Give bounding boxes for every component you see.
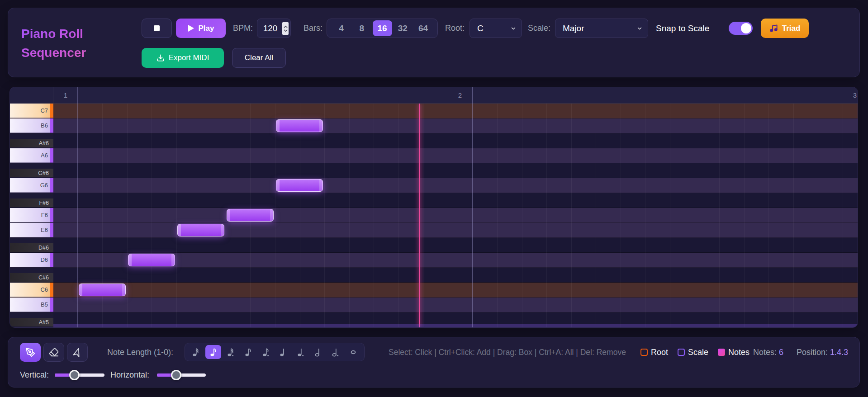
stop-button[interactable]: [142, 19, 172, 38]
piano-key-B5[interactable]: B5: [10, 298, 53, 312]
white-key: A6: [10, 148, 53, 163]
piano-key-G#6[interactable]: G#6: [10, 163, 53, 178]
note-length-sixteenth[interactable]: [188, 345, 204, 359]
legend-item-root: Root: [640, 348, 668, 357]
grid-row-A#6[interactable]: A#6: [10, 133, 858, 148]
header-panel: Piano Roll Sequencer Play BPM: 120 Bars:…: [8, 8, 860, 77]
grid-row-C7[interactable]: C7: [10, 104, 858, 118]
midi-note-D6[interactable]: [128, 254, 175, 266]
select-cursor-button[interactable]: [67, 343, 88, 362]
note-length-half[interactable]: [310, 345, 327, 359]
sixteenth-gridline: [300, 104, 300, 327]
piano-roll-grid[interactable]: C7B6A#6A6G#6G6F#6F6E6D#6D6C#6C6B5A#5 1 2…: [9, 87, 858, 328]
grid-row-A6[interactable]: A6: [10, 148, 858, 163]
root-select[interactable]: C: [470, 19, 522, 38]
note-length-dotted-sixteenth[interactable]: [223, 345, 239, 359]
piano-key-F#6[interactable]: F#6: [10, 193, 53, 208]
sixteenth-gridline: [201, 104, 201, 327]
midi-note-B6[interactable]: [276, 119, 323, 132]
note-length-dotted-half[interactable]: [328, 345, 344, 359]
legend-swatch: [640, 349, 648, 356]
slider-knob[interactable]: [69, 370, 80, 380]
clear-all-button[interactable]: Clear All: [232, 48, 286, 68]
midi-note-C6[interactable]: [79, 284, 126, 296]
sixteenth-gridline: [497, 104, 498, 327]
midi-note-F6[interactable]: [227, 209, 274, 222]
piano-key-B6[interactable]: B6: [10, 118, 53, 133]
midi-note-E6[interactable]: [177, 224, 224, 236]
piano-key-A#6[interactable]: A#6: [10, 133, 53, 148]
bars-option-16[interactable]: 16: [373, 20, 392, 36]
grid-row-B5[interactable]: B5: [10, 298, 858, 312]
grid-row-C#6[interactable]: C#6: [10, 268, 858, 283]
piano-key-C7[interactable]: C7: [10, 104, 53, 118]
grid-row-G#6[interactable]: G#6: [10, 163, 858, 178]
bar-number-2: 2: [455, 87, 465, 104]
bars-option-64[interactable]: 64: [413, 20, 433, 36]
piano-key-D6[interactable]: D6: [10, 253, 53, 267]
scale-select[interactable]: Major: [555, 19, 648, 38]
note-length-dotted-eighth[interactable]: [258, 345, 274, 359]
key-label: A#5: [39, 318, 49, 326]
legend-item-scale: Scale: [678, 348, 708, 357]
download-icon: [157, 54, 165, 62]
note-length-triplet-eighth[interactable]: [240, 345, 256, 359]
bar-number-3: 3: [849, 87, 858, 104]
piano-key-A6[interactable]: A6: [10, 148, 53, 163]
horizontal-zoom-slider[interactable]: [157, 373, 206, 377]
bars-selector: 4 8 16 32 64: [327, 19, 438, 38]
bpm-input[interactable]: 120: [257, 19, 291, 38]
bars-option-8[interactable]: 8: [352, 20, 371, 36]
position-indicator: Position: 1.4.3: [797, 343, 848, 362]
play-button[interactable]: Play: [176, 19, 226, 38]
root-key: C7: [10, 104, 53, 118]
slider-knob[interactable]: [171, 370, 181, 380]
sixteenth-gridline: [670, 104, 670, 327]
root-key: C6: [10, 283, 53, 297]
sixteenth-gridline: [843, 104, 843, 327]
white-key: B5: [10, 298, 53, 312]
grid-row-C6[interactable]: C6: [10, 283, 858, 298]
piano-key-C#6[interactable]: C#6: [10, 268, 53, 282]
key-label: C7: [40, 104, 48, 118]
bpm-stepper[interactable]: [282, 22, 289, 35]
grid-row-F#6[interactable]: F#6: [10, 193, 858, 208]
midi-note-G6[interactable]: [276, 179, 323, 192]
piano-key-D#6[interactable]: D#6: [10, 238, 53, 252]
grid-row-D#6[interactable]: D#6: [10, 238, 858, 253]
grid-row-G6[interactable]: G6: [10, 178, 858, 193]
timeline-ruler[interactable]: 1 2 3: [10, 87, 858, 104]
key-label: F6: [41, 208, 48, 222]
vertical-zoom-label: Vertical:: [20, 365, 49, 384]
legend-label: Root: [651, 348, 668, 357]
note-length-whole[interactable]: [345, 345, 361, 359]
piano-key-G6[interactable]: G6: [10, 178, 53, 193]
piano-key-E6[interactable]: E6: [10, 223, 53, 237]
sixteenth-gridline: [127, 104, 128, 327]
piano-key-A#5[interactable]: A#5: [10, 312, 53, 327]
sixteenth-gridline: [522, 104, 522, 327]
triad-button[interactable]: Triad: [761, 19, 809, 38]
sixteenth-gridline: [275, 104, 275, 327]
key-label: A#6: [39, 139, 49, 147]
grid-row-B6[interactable]: B6: [10, 118, 858, 133]
pen-tool-button[interactable]: [20, 343, 41, 362]
snap-to-scale-toggle[interactable]: [729, 22, 753, 35]
note-length-quarter[interactable]: [275, 345, 292, 359]
key-label: B6: [41, 118, 48, 132]
piano-key-C6[interactable]: C6: [10, 283, 53, 297]
grid-row-E6[interactable]: E6: [10, 223, 858, 238]
eraser-tool-button[interactable]: [43, 343, 64, 362]
piano-key-F6[interactable]: F6: [10, 208, 53, 222]
playhead[interactable]: [419, 104, 420, 327]
note-length-dotted-quarter[interactable]: [293, 345, 309, 359]
note-length-eighth[interactable]: [205, 345, 222, 359]
grid-row-F6[interactable]: F6: [10, 208, 858, 223]
export-midi-button[interactable]: Export MIDI: [142, 48, 224, 68]
horizontal-scrollbar[interactable]: [53, 324, 858, 327]
bars-option-4[interactable]: 4: [332, 20, 351, 36]
bars-option-32[interactable]: 32: [393, 20, 413, 36]
vertical-zoom-slider[interactable]: [55, 373, 104, 377]
legend-swatch: [678, 349, 685, 356]
bpm-label: BPM:: [233, 19, 253, 38]
